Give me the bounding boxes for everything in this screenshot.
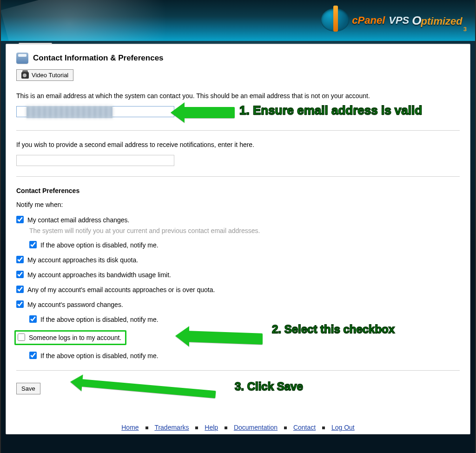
pref-label: If the above option is disabled, notify … [40,352,159,360]
arrow-icon [188,331,263,345]
dot-icon [145,426,148,429]
email2-description: If you wish to provide a second email ad… [16,141,460,148]
footer-logout[interactable]: Log Out [331,424,355,431]
main-panel: Contact Information & Preferences Video … [6,44,470,434]
save-button[interactable]: Save [16,383,40,394]
pref-login[interactable]: Someone logs in to my account. [18,333,121,342]
video-tutorial-button[interactable]: Video Tutorial [16,69,73,81]
redacted-overlay [26,106,112,118]
brand-cp: cPanel [352,14,385,27]
checkbox-login[interactable] [18,333,25,341]
pref-contact-changes-fallback[interactable]: If the above option is disabled, notify … [29,241,460,249]
pref-label: Someone logs in to my account. [29,333,121,342]
pref-email-quota[interactable]: Any of my account's email accounts appro… [16,286,460,294]
pref-login-fallback[interactable]: If the above option is disabled, notify … [29,352,460,360]
checkbox-password-fallback[interactable] [29,315,37,323]
divider [16,130,460,131]
checkbox-bandwidth[interactable] [16,271,24,278]
pref-login-row-wrap: Someone logs in to my account. 2. Select… [16,330,460,345]
checkbox-contact-fallback[interactable] [29,241,37,248]
app-window: cPanel VPS Optimized 3 CPANEL 11 Contact… [0,0,476,453]
annotation-1: 1. Ensure email address is valid [239,103,422,118]
pref-disk-quota[interactable]: My account approaches its disk quota. [16,256,460,264]
footer-trademarks[interactable]: Trademarks [154,424,189,431]
save-label: Save [21,385,35,392]
annotation-2: 2. Select this checkbox [272,323,395,336]
checkbox-disk-quota[interactable] [16,256,24,263]
email1-field-wrap: 1. Ensure email address is valid [16,106,460,120]
annotation-3: 3. Click Save [235,380,303,393]
pref-contact-hint: The system will notify you at your curre… [29,227,460,234]
footer-documentation[interactable]: Documentation [234,424,278,431]
pref-password-changes[interactable]: My account's password changes. [16,300,460,309]
footer-home[interactable]: Home [121,424,139,431]
pref-label: Any of my account's email accounts appro… [27,286,215,294]
email1-description: This is an email address at which the sy… [16,92,460,100]
save-section: Save 3. Click Save [16,381,460,394]
divider [16,370,460,371]
pref-bandwidth[interactable]: My account approaches its bandwidth usag… [16,271,460,279]
page-header: Contact Information & Preferences [16,53,460,64]
dot-icon [195,426,198,429]
checkbox-email-quota[interactable] [16,286,24,293]
brand-optimized: Optimized [412,13,462,28]
pref-label: My account approaches its bandwidth usag… [27,271,171,279]
pref-label: If the above option is disabled, notify … [40,315,159,324]
checkbox-login-fallback[interactable] [29,352,37,359]
secondary-email-input[interactable] [16,155,174,166]
pref-label: If the above option is disabled, notify … [40,241,159,249]
dot-icon [322,426,325,429]
cpanel-badge-icon [321,8,349,33]
panel-frame: CPANEL 11 Contact Information & Preferen… [6,44,470,434]
arrow-icon [184,107,235,118]
dot-icon [284,426,287,429]
preferences-list: My contact email address changes. The sy… [16,216,460,360]
footer-help[interactable]: Help [205,424,218,431]
pref-label: My contact email address changes. [27,216,129,224]
brand-version: 3 [463,26,467,33]
pref-label: My account's password changes. [27,300,123,309]
checkbox-contact-changes[interactable] [16,216,24,223]
arrow-icon [81,379,216,398]
notify-label: Notify me when: [16,201,460,208]
divider [16,176,460,177]
dot-icon [225,426,227,429]
header-banner: cPanel VPS Optimized 3 [1,0,475,41]
prefs-header: Contact Preferences [16,187,460,194]
contact-icon [16,53,28,64]
checkbox-password[interactable] [16,300,24,308]
pref-contact-changes[interactable]: My contact email address changes. [16,216,460,224]
camera-icon [21,72,29,79]
brand-logo: cPanel VPS Optimized 3 [321,8,467,33]
brand-vps: VPS [389,14,409,27]
pref-label: My account approaches its disk quota. [27,256,138,264]
video-btn-label: Video Tutorial [32,72,68,79]
footer-links: Home Trademarks Help Documentation Conta… [6,424,470,431]
page-title: Contact Information & Preferences [33,53,164,63]
pref-password-fallback[interactable]: If the above option is disabled, notify … [29,315,460,324]
footer-contact[interactable]: Contact [293,424,316,431]
